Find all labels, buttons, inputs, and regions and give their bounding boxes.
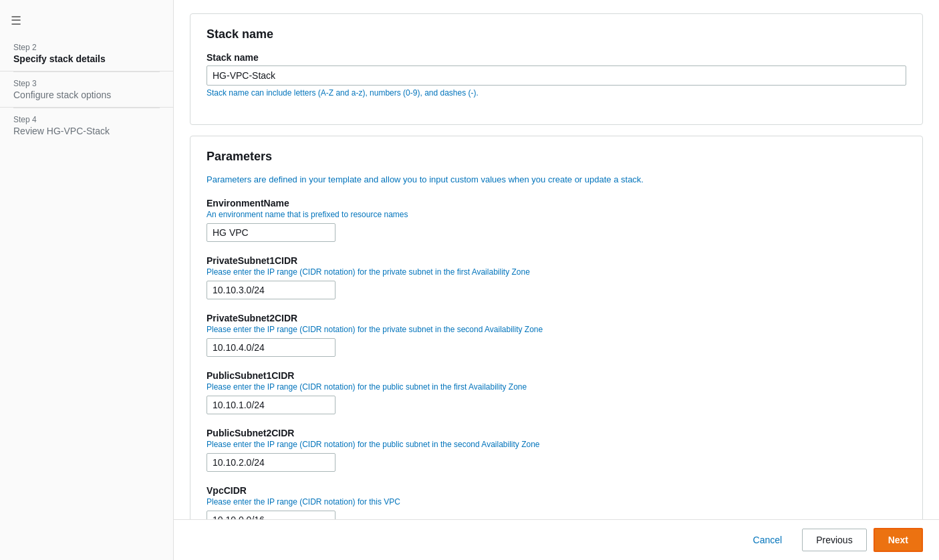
param-private-subnet2-hint: Please enter the IP range (CIDR notation…: [207, 325, 906, 334]
param-private-subnet1-input[interactable]: [207, 281, 336, 299]
sidebar: ☰ Step 2 Specify stack details Step 3 Co…: [0, 0, 174, 560]
param-public-subnet1-input[interactable]: [207, 396, 336, 414]
param-public-subnet2-input[interactable]: [207, 453, 336, 472]
param-public-subnet1-cidr: PublicSubnet1CIDR Please enter the IP ra…: [207, 370, 906, 414]
param-private-subnet1-cidr: PrivateSubnet1CIDR Please enter the IP r…: [207, 255, 906, 299]
param-public-subnet2-hint: Please enter the IP range (CIDR notation…: [207, 440, 906, 449]
param-private-subnet2-label: PrivateSubnet2CIDR: [207, 313, 906, 323]
param-environment-name: EnvironmentName An environment name that…: [207, 198, 906, 242]
parameters-description: Parameters are defined in your template …: [207, 174, 906, 184]
step-4-number: Step 4: [13, 115, 160, 124]
stack-name-label: Stack name: [207, 52, 906, 63]
stack-name-input[interactable]: [207, 65, 906, 86]
param-environment-name-input[interactable]: [207, 223, 336, 242]
step-3-title: Configure stack options: [13, 90, 160, 100]
parameters-section-title: Parameters: [207, 150, 906, 164]
param-vpc-cidr-label: VpcCIDR: [207, 485, 906, 496]
step-2-title: Specify stack details: [13, 53, 160, 64]
param-private-subnet2-input[interactable]: [207, 338, 336, 357]
param-public-subnet1-label: PublicSubnet1CIDR: [207, 370, 906, 381]
param-environment-name-label: EnvironmentName: [207, 198, 906, 208]
stack-name-hint: Stack name can include letters (A-Z and …: [207, 88, 906, 98]
footer: Cancel Previous Next: [174, 519, 939, 560]
param-public-subnet2-label: PublicSubnet2CIDR: [207, 428, 906, 438]
param-vpc-cidr: VpcCIDR Please enter the IP range (CIDR …: [207, 485, 906, 519]
previous-button[interactable]: Previous: [802, 529, 866, 551]
param-public-subnet1-hint: Please enter the IP range (CIDR notation…: [207, 382, 906, 392]
main-content: Stack name Stack name Stack name can inc…: [174, 0, 939, 560]
param-private-subnet2-cidr: PrivateSubnet2CIDR Please enter the IP r…: [207, 313, 906, 357]
param-private-subnet1-label: PrivateSubnet1CIDR: [207, 255, 906, 266]
stack-name-section: Stack name Stack name Stack name can inc…: [190, 13, 923, 125]
content-area: Stack name Stack name Stack name can inc…: [174, 0, 939, 519]
parameters-section: Parameters Parameters are defined in you…: [190, 136, 923, 519]
next-button[interactable]: Next: [874, 528, 923, 552]
stack-name-field-block: Stack name Stack name can include letter…: [207, 52, 906, 98]
param-vpc-cidr-input[interactable]: [207, 511, 336, 519]
step-2-number: Step 2: [13, 43, 160, 52]
menu-icon[interactable]: ☰: [0, 11, 173, 36]
stack-name-section-title: Stack name: [207, 27, 906, 41]
param-vpc-cidr-hint: Please enter the IP range (CIDR notation…: [207, 497, 906, 507]
sidebar-step-4: Step 4 Review HG-VPC-Stack: [0, 108, 173, 143]
sidebar-step-3: Step 3 Configure stack options: [0, 72, 173, 108]
step-4-title: Review HG-VPC-Stack: [13, 126, 160, 136]
cancel-button[interactable]: Cancel: [740, 529, 796, 551]
param-environment-name-hint: An environment name that is prefixed to …: [207, 210, 906, 219]
sidebar-step-2: Step 2 Specify stack details: [0, 36, 173, 72]
step-3-number: Step 3: [13, 79, 160, 88]
param-private-subnet1-hint: Please enter the IP range (CIDR notation…: [207, 267, 906, 277]
param-public-subnet2-cidr: PublicSubnet2CIDR Please enter the IP ra…: [207, 428, 906, 472]
